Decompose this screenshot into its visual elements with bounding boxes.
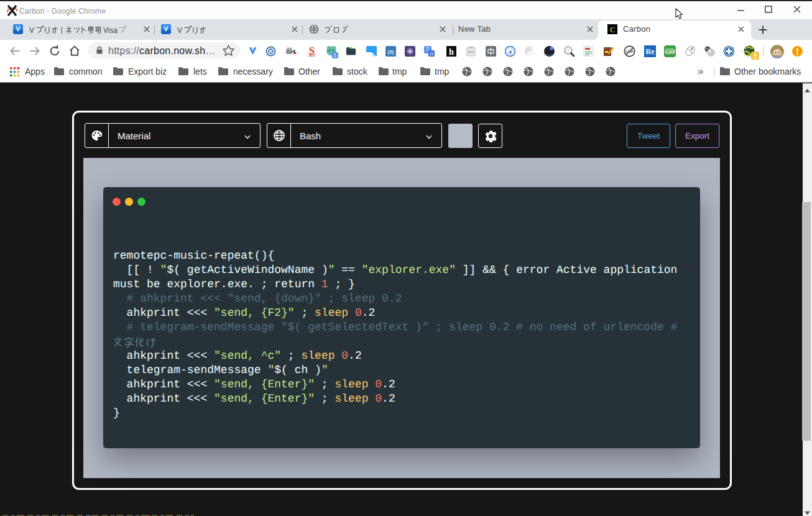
svg-text:Re: Re [646,47,655,56]
svg-text:G: G [430,51,433,57]
svg-text:V: V [16,25,21,32]
svg-text:C: C [610,25,616,34]
svg-text:V: V [177,26,182,35]
svg-text:a: a [509,48,512,55]
svg-text:5: 5 [334,52,337,58]
svg-text:SEO: SEO [308,53,315,57]
svg-text:CSP: CSP [625,50,633,53]
svg-text:h: h [449,47,454,57]
svg-text:V: V [29,26,34,35]
svg-text:V: V [164,25,168,32]
svg-text:Visa: Visa [103,26,118,35]
svg-text:{S}: {S} [387,50,394,55]
svg-text:CORS: CORS [665,50,675,53]
